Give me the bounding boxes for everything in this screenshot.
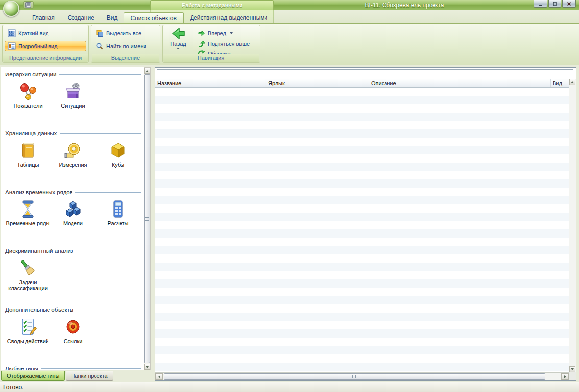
forward-icon xyxy=(198,30,205,37)
sidebar-item-cubes[interactable]: Кубы xyxy=(96,141,141,168)
select-all-label: Выделить все xyxy=(106,30,141,36)
scrollbar-grip-icon xyxy=(145,217,149,220)
group-information-view: Краткий вид Подробный вид Представление … xyxy=(2,25,89,63)
time-series-icon xyxy=(18,199,38,219)
sidebar-scroll-down-button[interactable] xyxy=(144,364,150,370)
indicators-icon xyxy=(18,82,38,101)
list-scroll-down-button[interactable] xyxy=(569,366,575,372)
section-any-types: Любые типы xyxy=(5,365,141,370)
sidebar-item-indicators[interactable]: Показатели xyxy=(5,82,50,109)
select-all-button[interactable]: Выделить все xyxy=(93,28,158,39)
section-discriminant-analysis: Дискриминантный анализ xyxy=(5,247,141,303)
list-scroll-right-button[interactable] xyxy=(561,373,569,380)
detailed-view-button[interactable]: Подробный вид xyxy=(5,41,86,51)
save-icon xyxy=(25,2,31,8)
list-vertical-scrollbar[interactable] xyxy=(569,79,576,372)
item-label: Временные ряды xyxy=(5,220,50,226)
group-selection: Выделить все Найти по имени Выделение xyxy=(91,25,160,63)
sidebar-item-dimensions[interactable]: Измерения xyxy=(50,141,96,168)
arrow-up-icon xyxy=(146,70,149,72)
contextual-tab-group-label: Работа с метаданными xyxy=(182,2,242,8)
object-list[interactable] xyxy=(155,88,569,372)
sidebar-item-situations[interactable]: Ситуации xyxy=(50,82,96,109)
models-icon xyxy=(63,199,83,219)
item-label: Ситуации xyxy=(50,103,96,109)
back-label: Назад xyxy=(170,41,186,47)
close-icon xyxy=(567,2,571,6)
column-header-shortcut[interactable]: Ярлык xyxy=(266,79,369,87)
address-bar[interactable] xyxy=(157,69,573,76)
tab-object-list[interactable]: Список объектов xyxy=(124,12,184,23)
list-scroll-left-button[interactable] xyxy=(155,373,163,380)
links-icon xyxy=(63,317,83,337)
list-scroll-up-button[interactable] xyxy=(569,79,575,85)
back-dropdown-caret-icon xyxy=(177,48,180,49)
client-area: Иерархия ситуаций xyxy=(0,65,579,382)
sidebar-tab-displayed-types[interactable]: Отображаемые типы xyxy=(1,371,65,381)
status-text: Готово. xyxy=(3,384,23,391)
cubes-icon xyxy=(108,141,128,160)
situations-icon xyxy=(63,82,83,101)
action-summaries-icon xyxy=(18,317,38,337)
save-button[interactable] xyxy=(23,1,34,9)
tab-creation[interactable]: Создание xyxy=(61,12,100,23)
item-label: Задачи классификации xyxy=(5,279,50,291)
tab-view[interactable]: Вид xyxy=(100,12,124,23)
sidebar-tab-project-folders[interactable]: Папки проекта xyxy=(66,371,113,381)
find-by-name-button[interactable]: Найти по имени xyxy=(93,41,158,51)
section-title: Анализ временных рядов xyxy=(5,189,72,195)
maximize-button[interactable] xyxy=(548,0,561,8)
find-by-name-icon xyxy=(96,42,104,50)
status-bar: Готово. xyxy=(0,382,579,392)
minimize-button[interactable] xyxy=(534,0,547,8)
forward-button[interactable]: Вперед xyxy=(195,28,258,38)
sidebar-scroll-up-button[interactable] xyxy=(144,68,150,74)
section-additional-objects: Дополнительные объекты xyxy=(5,306,141,362)
sidebar-scrollbar-thumb[interactable] xyxy=(144,74,150,363)
column-header-kind[interactable]: Вид xyxy=(551,79,569,87)
sidebar-item-classification-tasks[interactable]: Задачи классификации xyxy=(5,258,50,291)
tab-actions-on-selected[interactable]: Действия над выделенными xyxy=(184,12,274,23)
sidebar-item-tables[interactable]: Таблицы xyxy=(5,141,50,168)
find-by-name-label: Найти по имени xyxy=(106,43,146,49)
list-horizontal-scrollbar-thumb[interactable] xyxy=(164,373,545,380)
section-title: Дискриминантный анализ xyxy=(5,248,73,254)
minimize-icon xyxy=(538,2,543,6)
section-title: Хранилища данных xyxy=(5,130,57,136)
sidebar-tab-strip: Отображаемые типы Папки проекта xyxy=(1,371,113,381)
app-menu-button[interactable] xyxy=(3,1,19,17)
item-label: Ссылки xyxy=(50,338,96,344)
column-header-description[interactable]: Описание xyxy=(369,79,551,87)
brief-view-button[interactable]: Краткий вид xyxy=(5,28,86,39)
arrow-up-icon xyxy=(571,81,574,83)
close-button[interactable] xyxy=(562,0,576,8)
tab-home[interactable]: Главная xyxy=(26,12,61,23)
section-title: Иерархия ситуаций xyxy=(5,72,56,77)
ribbon-tab-row: Главная Создание Вид Список объектов Дей… xyxy=(0,10,579,23)
sidebar-item-time-series[interactable]: Временные ряды xyxy=(5,199,50,226)
sidebar-item-action-summaries[interactable]: Своды действий xyxy=(5,317,50,344)
sidebar-scrollbar[interactable] xyxy=(144,67,151,370)
go-up-button[interactable]: Подняться выше xyxy=(195,38,258,49)
list-column-header: Название Ярлык Описание Вид xyxy=(155,79,569,88)
select-all-icon xyxy=(96,29,104,37)
scrollbar-corner xyxy=(569,372,576,380)
sidebar-item-calculations[interactable]: Расчеты xyxy=(96,199,141,226)
tables-icon xyxy=(18,141,38,160)
section-time-series-analysis: Анализ временных рядов xyxy=(5,189,141,245)
measures-icon xyxy=(63,141,83,160)
contextual-tab-group: Работа с метаданными xyxy=(150,0,274,10)
titlebar: Работа с метаданными BI-11. Обозреватель… xyxy=(0,0,579,10)
go-up-icon xyxy=(198,40,205,47)
forward-dropdown-caret-icon xyxy=(230,32,233,34)
classification-icon xyxy=(18,258,38,278)
sidebar-item-models[interactable]: Модели xyxy=(50,199,96,226)
object-types-panel: Иерархия ситуаций xyxy=(1,67,144,370)
sidebar-item-links[interactable]: Ссылки xyxy=(50,317,96,344)
maximize-icon xyxy=(553,2,557,6)
column-header-name[interactable]: Название xyxy=(155,79,266,87)
group-label-navigation: Навигация xyxy=(163,54,259,62)
object-list-panel: Название Ярлык Описание Вид xyxy=(155,67,576,381)
list-horizontal-scrollbar[interactable] xyxy=(155,372,569,380)
back-button[interactable]: Назад xyxy=(167,26,190,57)
